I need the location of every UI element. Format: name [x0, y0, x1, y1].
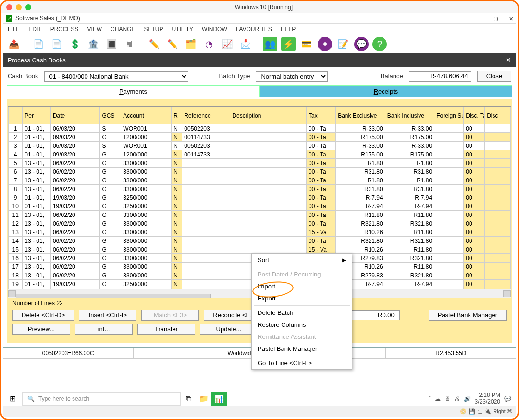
table-row[interactable]: 301 - 01,06/03/20SWOR001N0050220300 - Ta…: [9, 142, 511, 150]
cell[interactable]: 09/03/20: [50, 133, 100, 142]
cell[interactable]: [230, 185, 307, 193]
cell[interactable]: R11.80: [336, 211, 385, 219]
toolbar-button-14[interactable]: 👥: [263, 37, 277, 51]
cell[interactable]: 00: [464, 133, 485, 142]
cell[interactable]: [434, 185, 464, 193]
cell[interactable]: R1.80: [336, 159, 385, 168]
task-view-icon[interactable]: ⧉: [181, 392, 196, 406]
cell[interactable]: 00: [464, 263, 485, 271]
toolbar-button-6[interactable]: 🔳: [104, 37, 119, 51]
cell[interactable]: 01 - 01,: [23, 150, 51, 159]
cell[interactable]: [434, 202, 464, 211]
onedrive-icon[interactable]: ☁: [435, 396, 441, 402]
cell[interactable]: N: [172, 133, 182, 142]
header-rownum[interactable]: [9, 107, 23, 124]
cell[interactable]: [485, 142, 511, 150]
cell[interactable]: 06/02/20: [50, 271, 100, 280]
cell[interactable]: 3300/000: [121, 237, 172, 245]
tray-chevron-up-icon[interactable]: ˄: [428, 396, 431, 402]
cell[interactable]: 13 - 01,: [23, 245, 51, 254]
cell[interactable]: 15 - Va: [307, 228, 336, 237]
cell[interactable]: [230, 159, 307, 168]
cell[interactable]: N: [172, 228, 182, 237]
cell[interactable]: S: [100, 142, 121, 150]
cell[interactable]: N: [172, 237, 182, 245]
toolbar-button-17[interactable]: ✦: [318, 37, 332, 51]
cell[interactable]: [434, 219, 464, 228]
header-disc-tax[interactable]: Disc. Tax: [464, 107, 485, 124]
cell[interactable]: 00: [464, 219, 485, 228]
cell[interactable]: [434, 176, 464, 185]
cell[interactable]: R321.80: [336, 219, 385, 228]
cell[interactable]: R-7.94: [385, 193, 434, 202]
cell[interactable]: 19: [9, 280, 23, 288]
cell[interactable]: WOR001: [121, 142, 172, 150]
cell[interactable]: 3300/000: [121, 245, 172, 254]
cell[interactable]: 3300/000: [121, 185, 172, 193]
battery-icon[interactable]: 🖨: [454, 396, 460, 402]
cell[interactable]: R-7.94: [336, 202, 385, 211]
cell[interactable]: 00 - Ta: [307, 211, 336, 219]
cell[interactable]: 1: [9, 124, 23, 133]
cell[interactable]: [182, 159, 230, 168]
toolbar-button-13[interactable]: 📩: [238, 37, 253, 51]
cell[interactable]: [182, 185, 230, 193]
cell[interactable]: 15: [9, 245, 23, 254]
cell[interactable]: 14: [9, 237, 23, 245]
cell[interactable]: 17: [9, 263, 23, 271]
cell[interactable]: 06/02/20: [50, 237, 100, 245]
cell[interactable]: 00502203: [182, 142, 230, 150]
cell[interactable]: [434, 133, 464, 142]
receipts-tab[interactable]: Receipts: [260, 85, 512, 97]
cell[interactable]: 00114733: [182, 133, 230, 142]
cell[interactable]: [434, 280, 464, 288]
cell[interactable]: N: [172, 211, 182, 219]
cell[interactable]: [230, 133, 307, 142]
cell[interactable]: N: [172, 159, 182, 168]
cell[interactable]: R-33.00: [336, 142, 385, 150]
cell[interactable]: R31.80: [336, 168, 385, 176]
cell[interactable]: G: [100, 219, 121, 228]
toolbar-button-12[interactable]: 📈: [220, 37, 235, 51]
cell[interactable]: 00: [464, 271, 485, 280]
table-row[interactable]: 1413 - 01,06/02/20G3300/000N00 - TaR321.…: [9, 237, 511, 245]
cell[interactable]: [434, 211, 464, 219]
cell[interactable]: 00: [464, 245, 485, 254]
table-row[interactable]: 613 - 01,06/02/20G3300/000N00 - TaR31.80…: [9, 168, 511, 176]
toolbar-button-2[interactable]: 📄: [31, 37, 46, 51]
cell[interactable]: 00: [464, 150, 485, 159]
cell[interactable]: 13 - 01,: [23, 219, 51, 228]
header-reference[interactable]: Reference: [182, 107, 230, 124]
cell[interactable]: 01 - 01,: [23, 142, 51, 150]
toolbar-button-5[interactable]: 🏦: [86, 37, 100, 51]
window-close-button[interactable]: ✕: [509, 14, 513, 22]
cell[interactable]: 13 - 01,: [23, 228, 51, 237]
cell[interactable]: 06/02/20: [50, 168, 100, 176]
cell[interactable]: R1.80: [385, 159, 434, 168]
cell[interactable]: 19/03/20: [50, 280, 100, 288]
cell[interactable]: 06/02/20: [50, 159, 100, 168]
cell[interactable]: [182, 168, 230, 176]
cell[interactable]: 00: [464, 176, 485, 185]
table-row[interactable]: 101 - 01,06/03/20SWOR001N0050220300 - Ta…: [9, 124, 511, 133]
cell[interactable]: [485, 159, 511, 168]
menu-file[interactable]: FILE: [8, 26, 20, 33]
cell[interactable]: N: [172, 245, 182, 254]
cell[interactable]: 01 - 01,: [23, 280, 51, 288]
cell[interactable]: 13 - 01,: [23, 237, 51, 245]
notifications-icon[interactable]: 💬: [504, 396, 511, 402]
cell[interactable]: 06/03/20: [50, 142, 100, 150]
cell[interactable]: 16: [9, 254, 23, 263]
cell[interactable]: [230, 237, 307, 245]
menu-utility[interactable]: UTILITY: [172, 26, 193, 33]
cell[interactable]: G: [100, 185, 121, 193]
cell[interactable]: [230, 193, 307, 202]
menu-change[interactable]: CHANGE: [111, 26, 135, 33]
cell[interactable]: [182, 219, 230, 228]
cell[interactable]: R10.26: [336, 245, 385, 254]
cell[interactable]: 13 - 01,: [23, 176, 51, 185]
toolbar-button-11[interactable]: ◔: [202, 37, 216, 51]
toolbar-button-3[interactable]: 📄: [49, 37, 64, 51]
cell[interactable]: N: [172, 185, 182, 193]
cell[interactable]: [230, 245, 307, 254]
